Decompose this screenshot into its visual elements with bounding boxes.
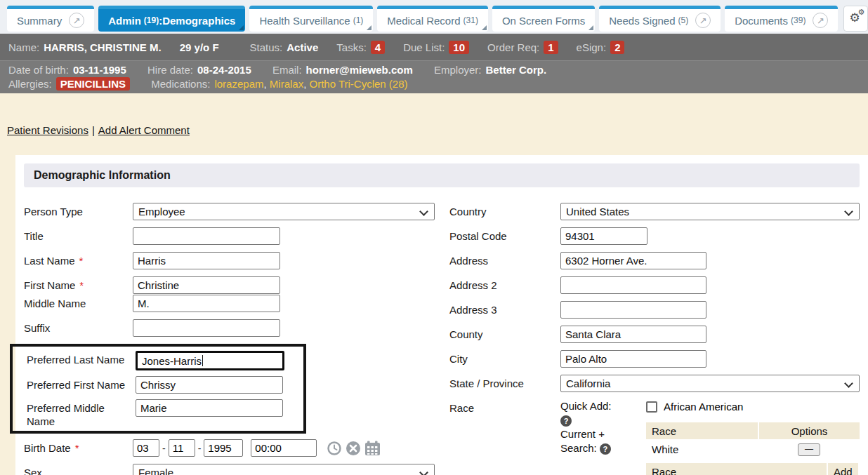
birth-month-input[interactable]: [133, 439, 159, 457]
birth-year-input[interactable]: [204, 439, 243, 457]
allergy-badge[interactable]: PENICILLINS: [56, 77, 130, 91]
medication-item[interactable]: Miralax: [270, 78, 303, 90]
title-label: Title: [24, 227, 133, 243]
tab-admin-suffix: :Demographics: [159, 15, 235, 27]
preferred-first-name-input[interactable]: [136, 376, 283, 394]
state-label: State / Province: [449, 375, 560, 390]
last-name-label: Last Name: [24, 255, 75, 267]
state-select[interactable]: California: [560, 375, 860, 392]
county-input[interactable]: [560, 326, 706, 343]
date-separator: -: [162, 443, 166, 454]
tab-documents[interactable]: Documents (39) ↗: [725, 6, 838, 32]
sex-select[interactable]: Female: [133, 464, 435, 475]
race-add-column-header: Race: [646, 463, 827, 475]
tab-documents-label: Documents: [735, 15, 788, 27]
hire-date-value: 08-24-2015: [197, 64, 251, 76]
email-group: Email: horner@mieweb.com: [272, 64, 413, 76]
suffix-input[interactable]: [133, 319, 280, 337]
first-name-input[interactable]: [133, 276, 280, 294]
person-type-select[interactable]: Employee: [133, 203, 435, 220]
due-list-group: Due List: 10: [403, 41, 469, 54]
status-group: Status: Active: [250, 41, 319, 53]
clock-icon[interactable]: [327, 441, 342, 456]
search-label: Search:: [560, 442, 597, 454]
city-label: City: [449, 350, 560, 366]
person-type-value: Employee: [138, 206, 185, 218]
preferred-last-name-input[interactable]: Jones-Harris: [136, 351, 284, 370]
tab-needs-signed[interactable]: Needs Signed (5) ↗: [599, 6, 721, 32]
address2-input[interactable]: [560, 276, 706, 294]
action-links: Patient Revisions|Add Alert Comment: [7, 124, 190, 136]
address3-input[interactable]: [560, 301, 706, 319]
status-label: Status:: [250, 41, 283, 53]
external-link-icon[interactable]: ↗: [695, 13, 711, 28]
city-input[interactable]: [560, 350, 706, 368]
birth-time-input[interactable]: [251, 439, 317, 457]
suffix-row: Suffix: [24, 319, 449, 337]
medication-item[interactable]: lorazepam: [214, 78, 263, 90]
remove-race-button[interactable]: —: [798, 443, 820, 456]
status-value: Active: [287, 41, 318, 53]
esign-count-badge[interactable]: 2: [610, 41, 624, 54]
page-content: Patient Revisions|Add Alert Comment Demo…: [0, 93, 868, 475]
sex-value: Female: [138, 467, 173, 475]
birth-day-input[interactable]: [169, 439, 195, 457]
settings-gears-button[interactable]: ⚙ ⚙: [843, 6, 868, 32]
middle-name-input[interactable]: [133, 295, 280, 312]
postal-code-label: Postal Code: [449, 227, 560, 243]
external-link-icon[interactable]: ↗: [69, 13, 84, 28]
order-req-group: Order Req: 1: [487, 41, 558, 54]
patient-revisions-link[interactable]: Patient Revisions: [7, 124, 88, 136]
medication-separator: ,: [303, 78, 306, 90]
race-value-cell: White: [646, 439, 758, 459]
section-title: Demographic Information: [24, 163, 860, 187]
calendar-icon[interactable]: [364, 441, 381, 456]
race-selection-column: African American Race Options White —: [646, 399, 860, 475]
tab-health-surveillance[interactable]: Health Surveillance (1): [249, 6, 373, 32]
preferred-middle-name-input[interactable]: [136, 399, 283, 417]
african-american-checkbox[interactable]: [646, 401, 657, 413]
order-req-count-badge[interactable]: 1: [544, 41, 558, 54]
patient-header-bar: Name: HARRIS, CHRISTINE M. 29 y/o F Stat…: [0, 34, 868, 60]
address-row: Address: [449, 252, 860, 269]
clear-date-icon[interactable]: [346, 441, 361, 456]
race-table-row: White —: [646, 439, 860, 459]
tasks-count-badge[interactable]: 4: [371, 41, 385, 54]
current-plus-label: Current +: [560, 427, 639, 441]
patient-name-group: Name: HARRIS, CHRISTINE M.: [8, 41, 162, 53]
postal-code-input[interactable]: [560, 227, 647, 245]
age-sex-group: 29 y/o F: [180, 41, 219, 53]
address-input[interactable]: [560, 252, 706, 269]
tab-on-screen-forms[interactable]: On Screen Forms: [492, 6, 595, 32]
form-right-column: Country United States Postal Code Addres…: [449, 203, 860, 475]
preferred-last-name-label: Preferred Last Name: [27, 351, 136, 366]
medication-item[interactable]: Ortho Tri-Cyclen (28): [310, 78, 408, 90]
due-list-count-badge[interactable]: 10: [449, 41, 469, 54]
tab-dropdown-fold-icon[interactable]: [239, 25, 244, 30]
country-row: Country United States: [449, 203, 860, 220]
tab-admin-demographics[interactable]: Admin (19) :Demographics: [98, 6, 245, 32]
medications-group: Medications: lorazepam, Miralax, Ortho T…: [151, 78, 407, 90]
country-select[interactable]: United States: [560, 203, 860, 220]
last-name-input[interactable]: [133, 252, 280, 269]
help-icon[interactable]: ?: [600, 443, 611, 455]
title-input[interactable]: [133, 227, 280, 245]
sex-row: Sex Female: [24, 464, 449, 475]
birth-date-row: Birth Date* - -: [24, 439, 449, 457]
tab-dropdown-fold-icon[interactable]: [367, 25, 371, 30]
sex-label: Sex: [24, 464, 133, 475]
preferred-first-name-row: Preferred First Name: [27, 376, 303, 394]
tab-medical-record[interactable]: Medical Record (31): [377, 6, 488, 32]
demographics-panel: Demographic Information Person Type Empl…: [15, 155, 868, 475]
external-link-icon[interactable]: ↗: [813, 13, 828, 28]
tab-dropdown-fold-icon[interactable]: [588, 25, 593, 30]
options-column-header: Options: [758, 422, 860, 439]
tab-summary[interactable]: Summary ↗: [7, 6, 94, 32]
birth-date-icons: [327, 441, 381, 456]
tab-dropdown-fold-icon[interactable]: [482, 25, 487, 30]
race-row: Race Quick Add: ? Current + Search: ?: [449, 399, 860, 475]
tab-needs-signed-count: (5): [678, 15, 689, 25]
help-icon[interactable]: ?: [560, 415, 572, 427]
employer-label: Employer:: [434, 64, 482, 76]
add-alert-comment-link[interactable]: Add Alert Comment: [98, 124, 190, 136]
